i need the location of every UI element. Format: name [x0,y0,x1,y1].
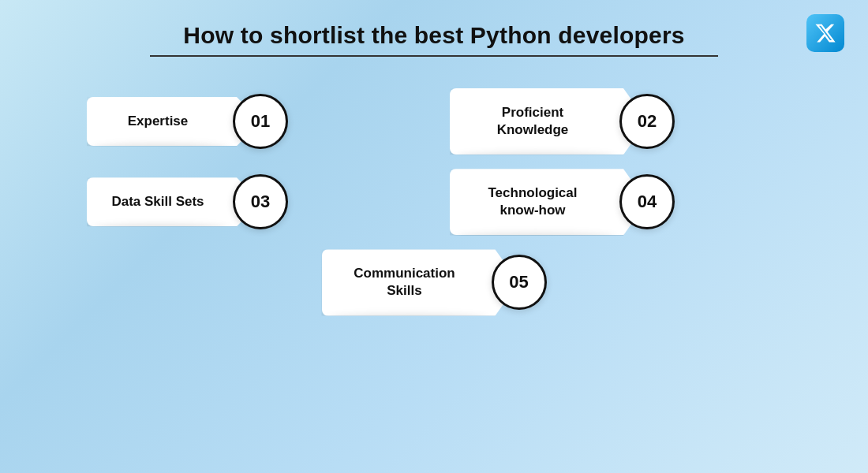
x-icon [814,22,836,44]
card-ticket-2: Proficient Knowledge [450,88,647,155]
card-label-3: Data Skill Sets [111,193,204,210]
card-number-1: 01 [233,94,288,149]
cards-grid: Expertise 01 Proficient Knowledge 02 Dat… [0,65,868,332]
card-item-4: Technological know-how 04 [450,169,781,235]
card-label-2: Proficient Knowledge [473,104,592,139]
card-item-2: Proficient Knowledge 02 [450,88,781,155]
page-title: How to shortlist the best Python develop… [0,0,868,49]
card-item-3: Data Skill Sets 03 [87,169,418,235]
card-number-3: 03 [233,174,288,229]
logo-badge [806,14,844,52]
card-label-4: Technological know-how [473,184,592,219]
card-item-1: Expertise 01 [87,88,418,155]
card-number-5: 05 [492,255,547,310]
card-ticket-4: Technological know-how [450,169,647,235]
card-number-2: 02 [619,94,675,149]
card-item-5: Communication Skills 05 [87,249,781,315]
card-label-1: Expertise [128,113,189,130]
card-number-4: 04 [619,174,675,229]
title-divider [150,55,718,57]
card-ticket-5: Communication Skills [322,249,519,315]
card-label-5: Communication Skills [346,265,464,300]
